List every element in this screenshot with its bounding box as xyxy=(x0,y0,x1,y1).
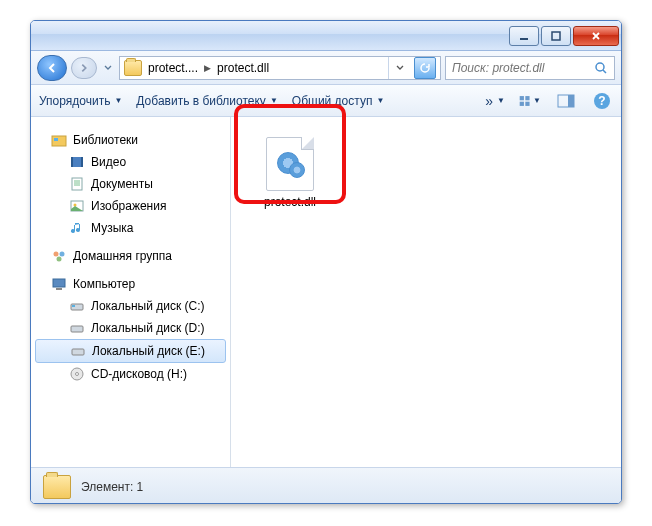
more-menu[interactable]: »▼ xyxy=(485,93,505,109)
navigation-pane[interactable]: Библиотеки Видео Документы Изображения М… xyxy=(31,117,231,467)
view-options-button[interactable]: ▼ xyxy=(519,90,541,112)
svg-rect-25 xyxy=(72,305,75,307)
explorer-window: protect.... ▶ protect.dll Упорядочить▼ Д… xyxy=(30,20,622,504)
sidebar-computer[interactable]: Компьютер xyxy=(31,273,230,295)
add-to-library-menu[interactable]: Добавить в библиотеку▼ xyxy=(136,94,277,108)
search-icon xyxy=(594,61,608,75)
file-name: protect.dll xyxy=(251,195,329,209)
sidebar-libraries[interactable]: Библиотеки xyxy=(31,129,230,151)
maximize-button[interactable] xyxy=(541,26,571,46)
svg-rect-22 xyxy=(53,279,65,287)
folder-icon xyxy=(124,60,142,76)
minimize-button[interactable] xyxy=(509,26,539,46)
content-area: Библиотеки Видео Документы Изображения М… xyxy=(31,117,621,467)
svg-rect-16 xyxy=(72,178,82,190)
svg-rect-12 xyxy=(54,138,58,141)
chevron-right-icon[interactable]: ▶ xyxy=(204,63,211,73)
svg-rect-23 xyxy=(56,288,62,290)
sidebar-cd-drive[interactable]: CD-дисковод (H:) xyxy=(31,363,230,385)
svg-text:?: ? xyxy=(598,94,605,108)
sidebar-video[interactable]: Видео xyxy=(31,151,230,173)
title-bar[interactable] xyxy=(31,21,621,51)
svg-rect-14 xyxy=(71,157,73,167)
folder-icon xyxy=(43,475,71,499)
breadcrumb-current[interactable]: protect.dll xyxy=(215,61,271,75)
svg-rect-0 xyxy=(520,38,528,40)
svg-point-21 xyxy=(57,257,62,262)
file-item[interactable]: protect.dll xyxy=(245,131,335,215)
address-bar[interactable]: protect.... ▶ protect.dll xyxy=(119,56,441,80)
svg-rect-5 xyxy=(520,101,524,105)
forward-button[interactable] xyxy=(71,57,97,79)
breadcrumb-folder[interactable]: protect.... xyxy=(146,61,200,75)
sidebar-music[interactable]: Музыка xyxy=(31,217,230,239)
svg-rect-6 xyxy=(525,101,529,105)
svg-rect-27 xyxy=(72,349,84,355)
svg-point-29 xyxy=(76,373,79,376)
sidebar-disk-e[interactable]: Локальный диск (E:) xyxy=(35,339,226,363)
help-button[interactable]: ? xyxy=(591,90,613,112)
preview-pane-button[interactable] xyxy=(555,90,577,112)
sidebar-pictures[interactable]: Изображения xyxy=(31,195,230,217)
sidebar-disk-d[interactable]: Локальный диск (D:) xyxy=(31,317,230,339)
dll-file-icon xyxy=(266,137,314,191)
status-text: Элемент: 1 xyxy=(81,480,143,494)
svg-rect-3 xyxy=(520,96,524,100)
share-menu[interactable]: Общий доступ▼ xyxy=(292,94,385,108)
svg-point-20 xyxy=(60,252,65,257)
svg-rect-15 xyxy=(81,157,83,167)
refresh-button[interactable] xyxy=(414,57,436,79)
svg-rect-1 xyxy=(552,32,560,40)
file-list[interactable]: protect.dll xyxy=(231,117,621,467)
sidebar-homegroup[interactable]: Домашняя группа xyxy=(31,245,230,267)
svg-rect-4 xyxy=(525,96,529,100)
svg-point-2 xyxy=(596,63,604,71)
close-button[interactable] xyxy=(573,26,619,46)
address-dropdown[interactable] xyxy=(388,57,410,79)
history-dropdown[interactable] xyxy=(101,57,115,79)
sidebar-disk-c[interactable]: Локальный диск (C:) xyxy=(31,295,230,317)
svg-rect-8 xyxy=(568,95,574,107)
toolbar: Упорядочить▼ Добавить в библиотеку▼ Общи… xyxy=(31,85,621,117)
sidebar-documents[interactable]: Документы xyxy=(31,173,230,195)
search-box[interactable] xyxy=(445,56,615,80)
organize-menu[interactable]: Упорядочить▼ xyxy=(39,94,122,108)
search-input[interactable] xyxy=(452,61,582,75)
status-bar: Элемент: 1 xyxy=(31,467,621,504)
svg-rect-26 xyxy=(71,326,83,332)
nav-bar: protect.... ▶ protect.dll xyxy=(31,51,621,85)
back-button[interactable] xyxy=(37,55,67,81)
svg-point-19 xyxy=(54,252,59,257)
